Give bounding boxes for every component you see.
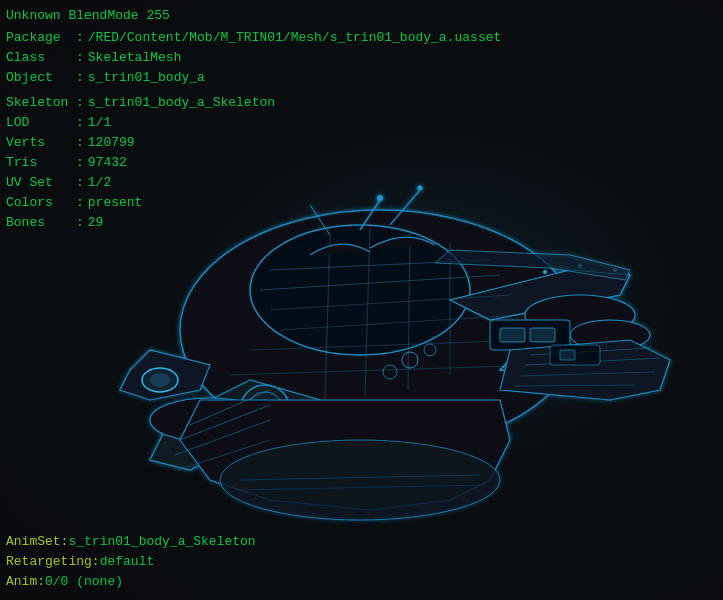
svg-rect-46 [560,350,575,360]
viewport: Unknown BlendMode 255 Package : /RED/Con… [0,0,723,600]
svg-point-42 [220,440,500,520]
svg-point-13 [377,195,383,201]
svg-rect-26 [500,328,525,342]
ship-model [70,80,690,560]
svg-point-39 [543,270,547,274]
svg-point-14 [418,186,423,191]
svg-point-35 [150,373,170,387]
svg-rect-27 [530,328,555,342]
svg-point-1 [250,225,470,355]
